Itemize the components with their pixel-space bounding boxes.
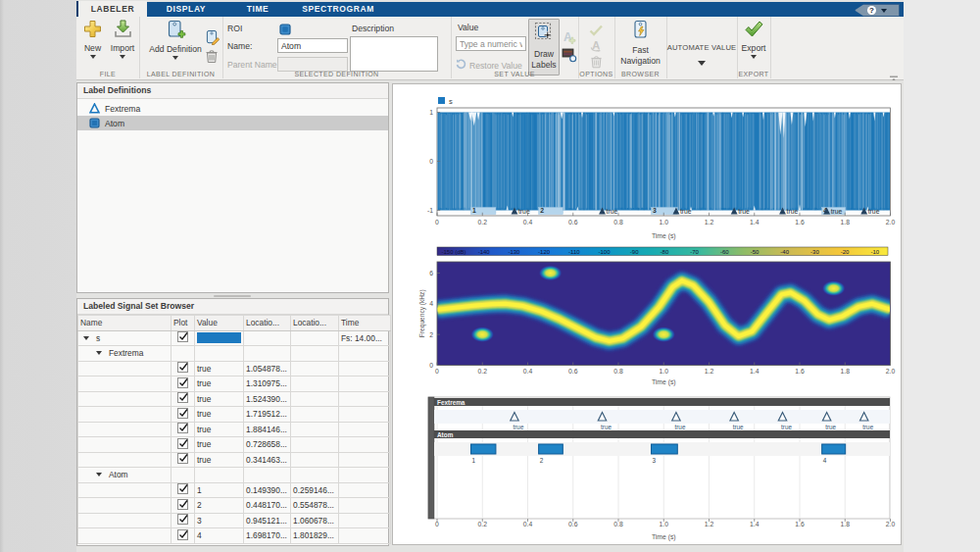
- point-label-text: true: [831, 208, 843, 215]
- browser-table-row[interactable]: 10.149390...0.259146...: [78, 482, 391, 498]
- column-header-locatio[interactable]: Locatio...: [244, 316, 291, 331]
- browser-table-row[interactable]: true1.884146...: [78, 422, 391, 437]
- roi-band-number: 3: [653, 207, 657, 214]
- svg-text:1.6: 1.6: [795, 521, 805, 527]
- help-button[interactable]: ?: [855, 4, 900, 17]
- browser-table-row[interactable]: sFs: 14.00...: [78, 330, 391, 346]
- track-header-atom[interactable]: [434, 430, 890, 438]
- atom-region-marker[interactable]: [652, 444, 678, 454]
- import-button[interactable]: Import: [108, 20, 137, 59]
- column-header-value[interactable]: Value: [195, 316, 244, 331]
- svg-text:0.6: 0.6: [568, 521, 578, 527]
- fast-navigation-label2: Navigation: [620, 56, 661, 66]
- plot-checkbox[interactable]: [177, 408, 188, 419]
- edit-definition-button[interactable]: [204, 29, 220, 49]
- label-definition-item-atom[interactable]: Atom: [77, 116, 388, 130]
- atom-region-value: 2: [540, 457, 544, 464]
- browser-table: NamePlotValueLocatio...Locatio...TimesFs…: [77, 315, 391, 544]
- plot-checkbox[interactable]: [177, 483, 188, 494]
- plot-checkbox[interactable]: [177, 529, 188, 540]
- atom-blob: [470, 326, 494, 342]
- atom-region-marker[interactable]: [539, 444, 564, 454]
- column-header-plot[interactable]: Plot: [172, 316, 195, 331]
- track-gutter[interactable]: [428, 397, 434, 519]
- point-label-text: true: [607, 208, 618, 215]
- colorbar-tick-label: -40: [780, 249, 789, 255]
- tab-spectrogram[interactable]: SPECTROGRAM: [290, 2, 386, 17]
- signal-trace: [438, 113, 891, 211]
- browser-table-row[interactable]: Fextrema: [78, 346, 391, 362]
- track-header-fextrema[interactable]: [434, 398, 890, 406]
- browser-table-row[interactable]: true0.341463...: [78, 452, 391, 468]
- browser-table-row[interactable]: true1.310975...: [78, 376, 391, 392]
- signal-plot-xlabel: Time (s): [652, 232, 676, 240]
- svg-text:0.2: 0.2: [478, 521, 488, 527]
- browser-table-row[interactable]: true1.054878...: [78, 361, 391, 376]
- column-header-name[interactable]: Name: [78, 316, 172, 331]
- colorbar-tick-label: -50: [751, 249, 760, 255]
- svg-text:1.6: 1.6: [795, 219, 805, 226]
- delete-definition-button[interactable]: [205, 49, 219, 68]
- edit-definition-icon: [204, 31, 220, 48]
- collapse-toolstrip-icon[interactable]: [889, 70, 899, 77]
- help-caret-icon: [881, 9, 887, 13]
- svg-text:0: 0: [435, 368, 439, 375]
- automate-value-gallery[interactable]: AUTOMATE VALUE: [666, 17, 737, 77]
- plot-checkbox[interactable]: [177, 392, 188, 403]
- draw-labels-label2: Labels: [531, 60, 556, 70]
- description-label: Description: [352, 24, 394, 33]
- atom-region-marker[interactable]: [471, 444, 496, 454]
- browser-table-row[interactable]: 41.698170...1.801829...: [78, 528, 391, 544]
- labeled-signal-set-browser-title: Labeled Signal Set Browser: [77, 299, 388, 315]
- fextrema-point-value: true: [733, 424, 744, 430]
- tab-display[interactable]: DISPLAY: [147, 2, 225, 17]
- fast-navigation-button[interactable]: Fast Navigation: [617, 20, 663, 66]
- colorbar-tick-label: -80: [661, 249, 669, 255]
- auto-label-icon: A: [561, 31, 576, 48]
- browser-table-row[interactable]: 30.945121...1.060678...: [78, 513, 391, 528]
- draw-labels-button[interactable]: Draw Labels: [528, 19, 560, 75]
- tab-labeler[interactable]: LABELER: [76, 1, 147, 17]
- section-label-options: OPTIONS: [578, 71, 614, 77]
- value-input[interactable]: [456, 36, 526, 51]
- svg-text:-1: -1: [427, 207, 433, 214]
- tab-time[interactable]: TIME: [225, 2, 290, 17]
- column-header-time[interactable]: Time: [339, 316, 391, 331]
- description-input[interactable]: [350, 36, 438, 72]
- add-definition-caret-icon: [172, 56, 178, 60]
- colorbar-tick-label: -30: [810, 249, 819, 255]
- browser-table-row[interactable]: true1.524390...: [78, 391, 391, 407]
- atom-region-value: 4: [823, 457, 827, 464]
- section-selected-definition: ROI Name: Parent Name: Description SELEC…: [222, 17, 452, 78]
- new-button[interactable]: New: [78, 20, 107, 59]
- label-definition-name: Fextrema: [105, 104, 140, 114]
- label-region-icon[interactable]: [562, 48, 577, 67]
- parent-name-input[interactable]: [277, 57, 348, 72]
- plot-checkbox[interactable]: [177, 499, 188, 510]
- plot-checkbox[interactable]: [177, 377, 188, 388]
- browser-table-row[interactable]: Atom: [78, 468, 391, 483]
- section-label-selected-definition: SELECTED DEFINITION: [222, 71, 451, 77]
- browser-table-row[interactable]: 20.448170...0.554878...: [78, 498, 391, 514]
- plot-checkbox[interactable]: [177, 453, 188, 464]
- browser-table-row[interactable]: true1.719512...: [78, 407, 391, 423]
- value-label: Value: [458, 23, 478, 32]
- browser-table-header-row: NamePlotValueLocatio...Locatio...Time: [78, 316, 391, 331]
- svg-text:1.0: 1.0: [660, 219, 669, 226]
- plot-checkbox[interactable]: [177, 423, 188, 433]
- svg-text:0: 0: [435, 219, 439, 226]
- add-definition-icon: [165, 20, 186, 43]
- add-definition-button[interactable]: Add Definition: [145, 20, 206, 60]
- column-header-locatio[interactable]: Locatio...: [291, 316, 339, 331]
- export-button[interactable]: Export: [738, 20, 769, 59]
- atom-region-marker[interactable]: [822, 444, 846, 454]
- plot-checkbox[interactable]: [177, 362, 188, 373]
- browser-table-row[interactable]: true0.728658...: [78, 437, 391, 453]
- label-definition-item-fextrema[interactable]: Fextrema: [77, 101, 388, 116]
- plot-checkbox[interactable]: [177, 514, 188, 525]
- plot-checkbox[interactable]: [177, 438, 188, 449]
- toolstrip-tab-bar: LABELER DISPLAY TIME SPECTROGRAM ?: [76, 2, 904, 17]
- name-input[interactable]: [277, 38, 348, 53]
- auto-label-button[interactable]: A: [561, 29, 576, 49]
- plot-checkbox[interactable]: [177, 331, 188, 342]
